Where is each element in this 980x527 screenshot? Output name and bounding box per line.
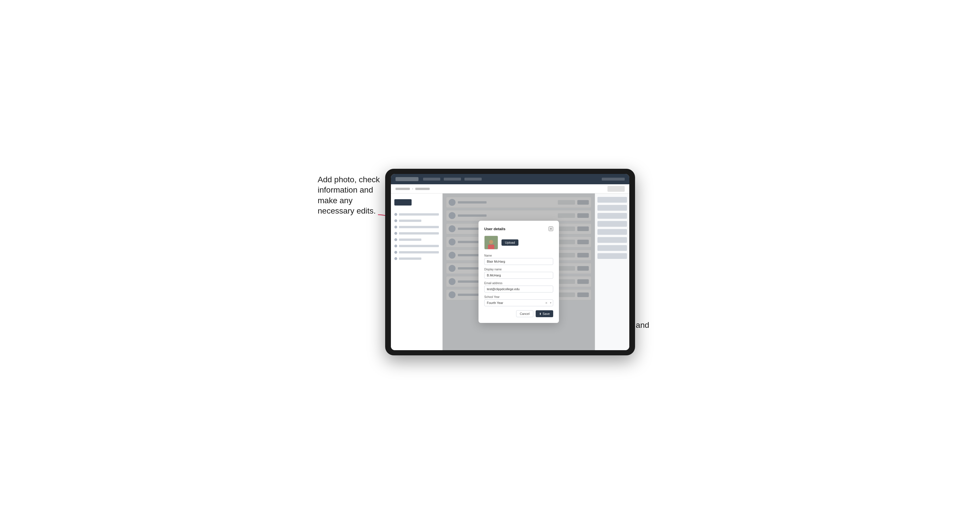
avatar-figure	[487, 239, 495, 249]
sidebar-row-2	[391, 217, 442, 224]
sidebar-row-7	[391, 249, 442, 256]
nav-item-3	[465, 178, 482, 181]
sidebar-label-8	[399, 257, 422, 260]
sidebar-row-6	[391, 243, 442, 249]
sidebar-label-1	[399, 213, 439, 216]
subheader-action-btn	[608, 186, 625, 192]
right-panel-btn-7	[597, 245, 627, 251]
email-label: Email address	[484, 282, 553, 285]
modal-overlay[interactable]: User details ×	[442, 194, 595, 350]
sidebar-icon-5	[395, 238, 397, 241]
sidebar-label-7	[399, 251, 439, 254]
user-details-modal: User details ×	[479, 221, 559, 323]
modal-close-button[interactable]: ×	[549, 227, 553, 231]
modal-footer: Cancel ⬆ Save	[484, 310, 553, 317]
app-right-panel	[595, 194, 629, 350]
upload-photo-button[interactable]: Upload	[501, 240, 519, 246]
annotation-left: Add photo, checkinformation andmake anyn…	[318, 175, 384, 216]
chevron-down-icon: ▾	[550, 302, 552, 304]
app-subheader: ›	[391, 184, 629, 194]
sidebar-icon-6	[395, 244, 397, 248]
sidebar-row-3	[391, 224, 442, 230]
right-panel-btn-8	[597, 253, 627, 259]
right-panel-btn-2	[597, 205, 627, 211]
sidebar-row-8	[391, 256, 442, 262]
email-field-group: Email address	[484, 282, 553, 292]
header-right-area	[602, 178, 625, 181]
scene: Add photo, checkinformation andmake anyn…	[318, 152, 662, 375]
sidebar-label-2	[399, 220, 422, 222]
modal-photo-section: Upload	[484, 236, 553, 249]
display-name-field-group: Display name	[484, 268, 553, 279]
nav-item-1	[423, 178, 440, 181]
email-input[interactable]	[484, 286, 553, 292]
app-header	[391, 174, 629, 184]
save-icon: ⬆	[539, 312, 541, 316]
sidebar-label-3	[399, 226, 439, 228]
cancel-button[interactable]: Cancel	[516, 310, 533, 317]
app-logo	[396, 177, 418, 181]
nav-item-2	[444, 178, 461, 181]
school-year-select-wrapper: ✕ ▾	[484, 299, 553, 306]
sidebar-icon-2	[395, 219, 397, 222]
tablet-screen: ›	[391, 174, 629, 350]
breadcrumb-users	[415, 188, 430, 190]
sidebar-icon-4	[395, 232, 397, 235]
sidebar-icon-1	[395, 213, 397, 216]
tablet-frame: ›	[385, 169, 635, 356]
user-avatar	[484, 236, 498, 249]
name-input[interactable]	[484, 258, 553, 265]
school-year-label: School Year	[484, 295, 553, 298]
sidebar-row-1	[391, 211, 442, 217]
sidebar-active-tab	[395, 199, 412, 206]
sidebar-label-5	[399, 238, 422, 241]
sidebar-row-5	[391, 237, 442, 243]
name-field-group: Name	[484, 254, 553, 265]
save-button[interactable]: ⬆ Save	[536, 310, 553, 317]
app-content: User details ×	[442, 194, 595, 350]
app-main: User details ×	[391, 194, 629, 350]
sidebar-icon-8	[395, 257, 397, 260]
avatar-body	[488, 244, 494, 249]
right-panel-btn-6	[597, 237, 627, 243]
sidebar-icon-7	[395, 251, 397, 254]
display-name-input[interactable]	[484, 272, 553, 279]
sidebar-icon-3	[395, 225, 397, 229]
right-panel-btn-5	[597, 229, 627, 235]
select-clear-icon[interactable]: ✕	[545, 302, 547, 305]
sidebar-row-4	[391, 230, 442, 237]
display-name-label: Display name	[484, 268, 553, 271]
school-year-field-group: School Year ✕ ▾	[484, 295, 553, 306]
modal-header: User details ×	[484, 227, 553, 231]
right-panel-btn-4	[597, 221, 627, 227]
sidebar-label-4	[399, 232, 439, 235]
breadcrumb-home	[396, 188, 410, 190]
app-nav	[423, 178, 482, 181]
school-year-input[interactable]	[484, 299, 553, 306]
right-panel-btn-3	[597, 213, 627, 219]
modal-title: User details	[484, 227, 506, 231]
right-panel-btn-1	[597, 197, 627, 203]
name-label: Name	[484, 254, 553, 257]
sidebar-label-6	[399, 245, 439, 247]
avatar-head	[489, 240, 493, 244]
app-sidebar	[391, 194, 442, 350]
